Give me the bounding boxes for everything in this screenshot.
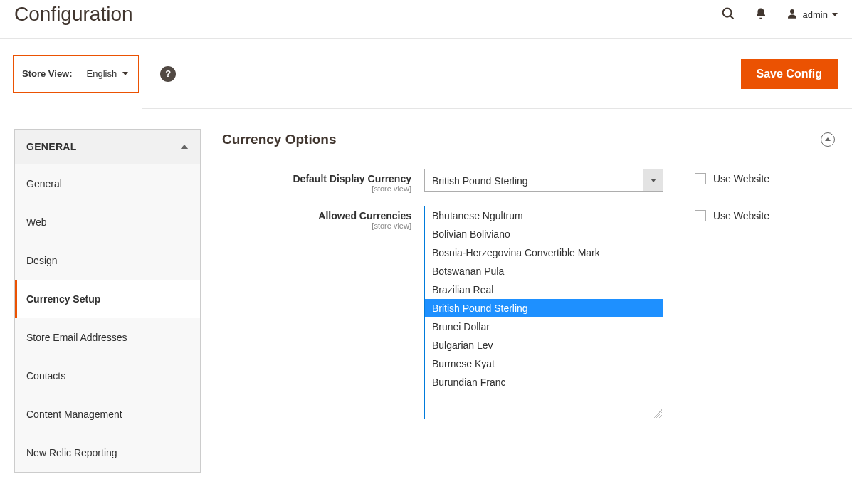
- save-config-button[interactable]: Save Config: [741, 59, 838, 89]
- sidebar-item-contacts[interactable]: Contacts: [15, 357, 200, 395]
- sidebar-item-label: Design: [26, 255, 58, 266]
- sidebar-item-new-relic-reporting[interactable]: New Relic Reporting: [15, 434, 200, 472]
- chevron-up-icon: [825, 137, 831, 141]
- currency-option[interactable]: Bulgarian Lev: [425, 336, 663, 355]
- svg-line-1: [730, 15, 733, 18]
- store-view-value: English: [87, 68, 117, 79]
- currency-option[interactable]: Bolivian Boliviano: [425, 225, 663, 243]
- dropdown-arrow: [643, 169, 663, 191]
- select-value: British Pound Sterling: [425, 175, 535, 187]
- allowed-currencies-multiselect[interactable]: Bhutanese NgultrumBolivian BolivianoBosn…: [424, 206, 663, 419]
- resize-handle[interactable]: [653, 409, 662, 418]
- sidebar-item-currency-setup[interactable]: Currency Setup: [15, 280, 200, 318]
- field-scope: [store view]: [222, 221, 411, 230]
- use-website-checkbox-default-currency[interactable]: [695, 173, 706, 184]
- use-website-label: Use Website: [713, 173, 769, 184]
- notifications-icon[interactable]: [754, 7, 767, 22]
- sidebar-item-label: Content Management: [26, 409, 122, 420]
- sidebar-item-general[interactable]: General: [15, 164, 200, 203]
- use-website-label: Use Website: [713, 210, 769, 221]
- sidebar-section-label: GENERAL: [26, 141, 77, 152]
- sidebar-item-label: Currency Setup: [26, 293, 100, 305]
- sidebar-item-store-email-addresses[interactable]: Store Email Addresses: [15, 318, 200, 357]
- sidebar-item-design[interactable]: Design: [15, 241, 200, 280]
- store-view-switcher: Store View: English: [13, 55, 139, 93]
- search-icon[interactable]: [720, 6, 736, 23]
- store-view-label: Store View:: [22, 68, 73, 79]
- sidebar-item-label: General: [26, 178, 62, 189]
- help-icon[interactable]: ?: [160, 66, 176, 82]
- sidebar-item-label: Contacts: [26, 370, 65, 382]
- caret-down-icon: [832, 13, 838, 16]
- page-title: Configuration: [14, 3, 720, 26]
- sidebar-item-content-management[interactable]: Content Management: [15, 395, 200, 434]
- sidebar-item-label: Web: [26, 216, 47, 228]
- field-scope: [store view]: [222, 184, 411, 193]
- user-label: admin: [803, 9, 828, 20]
- store-view-dropdown[interactable]: English: [87, 68, 129, 79]
- sidebar-item-web[interactable]: Web: [15, 203, 200, 241]
- use-website-checkbox-allowed-currencies[interactable]: [695, 210, 706, 221]
- default-display-currency-select[interactable]: British Pound Sterling: [424, 169, 663, 192]
- field-label-default-display-currency: Default Display Currency: [222, 173, 411, 184]
- sidebar-item-label: New Relic Reporting: [26, 447, 117, 458]
- user-menu[interactable]: admin: [786, 7, 838, 22]
- caret-down-icon: [122, 72, 128, 75]
- currency-option[interactable]: Brazilian Real: [425, 280, 663, 299]
- currency-option[interactable]: Botswanan Pula: [425, 262, 663, 280]
- currency-option[interactable]: Burmese Kyat: [425, 355, 663, 373]
- config-sidebar: GENERAL GeneralWebDesignCurrency SetupSt…: [14, 129, 201, 473]
- svg-point-0: [722, 8, 731, 16]
- field-label-allowed-currencies: Allowed Currencies: [222, 210, 411, 221]
- currency-option[interactable]: Burundian Franc: [425, 373, 663, 392]
- currency-option[interactable]: Bosnia-Herzegovina Convertible Mark: [425, 243, 663, 262]
- section-title: Currency Options: [222, 132, 336, 147]
- currency-option[interactable]: British Pound Sterling: [425, 299, 663, 317]
- svg-point-2: [790, 9, 794, 14]
- user-icon: [786, 7, 799, 22]
- section-collapse-toggle[interactable]: [821, 132, 835, 147]
- chevron-up-icon: [180, 145, 189, 149]
- currency-option[interactable]: Brunei Dollar: [425, 317, 663, 336]
- sidebar-item-label: Store Email Addresses: [26, 332, 127, 343]
- sidebar-section-general[interactable]: GENERAL: [15, 130, 200, 164]
- currency-option[interactable]: Bhutanese Ngultrum: [425, 206, 663, 225]
